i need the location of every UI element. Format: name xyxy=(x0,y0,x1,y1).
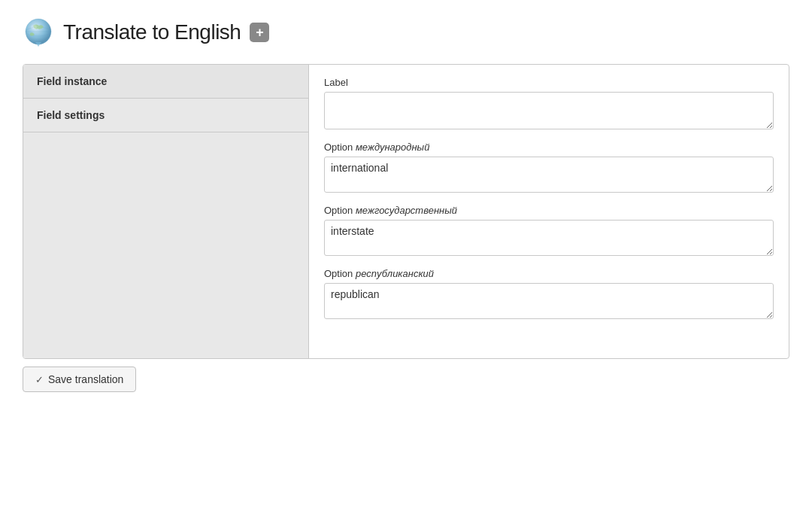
sidebar: Field instance Field settings xyxy=(23,65,309,358)
label-field-label: Label xyxy=(324,77,774,88)
option2-field-label: Option межгосударственный xyxy=(324,205,774,216)
option1-russian: международный xyxy=(356,141,429,153)
form-container: Field instance Field settings Label Opti… xyxy=(23,64,789,359)
option2-russian: межгосударственный xyxy=(356,205,457,216)
field-settings-label: Field settings xyxy=(37,109,105,121)
option1-textarea[interactable] xyxy=(324,157,774,193)
save-translation-button[interactable]: ✓ Save translation xyxy=(23,367,136,392)
option3-field-label: Option республиканский xyxy=(324,268,774,279)
add-button[interactable]: + xyxy=(250,23,269,42)
page-header: Translate to English + xyxy=(23,15,789,49)
option2-field-group: Option межгосударственный xyxy=(324,205,774,256)
label-field-group: Label xyxy=(324,77,774,129)
option2-textarea[interactable] xyxy=(324,220,774,256)
option2-prefix: Option xyxy=(324,205,353,216)
option3-prefix: Option xyxy=(324,268,353,279)
option1-field-label: Option международный xyxy=(324,141,774,153)
checkmark-icon: ✓ xyxy=(35,374,44,385)
sidebar-item-field-instance[interactable]: Field instance xyxy=(23,65,308,99)
option3-russian: республиканский xyxy=(356,268,434,279)
save-button-label: Save translation xyxy=(48,373,123,385)
page-container: Translate to English + Field instance Fi… xyxy=(0,0,812,407)
option1-prefix: Option xyxy=(324,141,353,153)
sidebar-content-area xyxy=(23,132,308,358)
sidebar-item-field-settings[interactable]: Field settings xyxy=(23,99,308,132)
label-textarea[interactable] xyxy=(324,92,774,129)
option3-field-group: Option республиканский xyxy=(324,268,774,319)
option3-textarea[interactable] xyxy=(324,283,774,319)
page-title: Translate to English xyxy=(63,20,241,44)
form-fields: Label Option международный Option межгос… xyxy=(309,65,789,358)
app-icon xyxy=(23,15,54,49)
field-instance-label: Field instance xyxy=(37,75,107,87)
option1-field-group: Option международный xyxy=(324,141,774,193)
svg-point-4 xyxy=(31,25,37,29)
